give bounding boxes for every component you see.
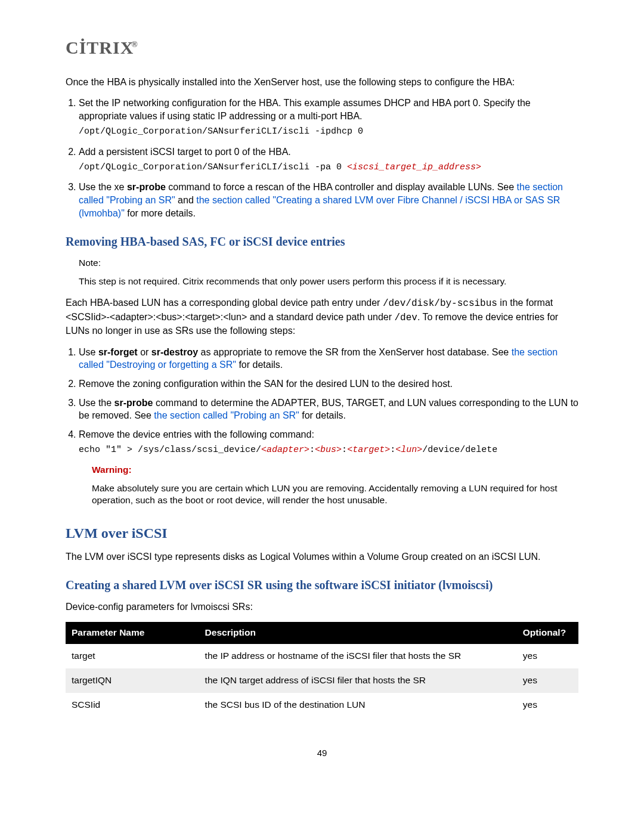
warning-label: Warning: <box>92 464 578 476</box>
list-item: Add a persistent iSCSI target to port 0 … <box>79 145 578 174</box>
col-optional: Optional? <box>517 622 578 644</box>
intro-paragraph: Once the HBA is physically installed int… <box>66 76 578 89</box>
list-item: Use the sr-probe command to determine th… <box>79 397 578 422</box>
list-item: Remove the zoning configuration within t… <box>79 377 578 391</box>
note-label: Note: <box>79 257 578 270</box>
note-block: Note: This step is not required. Citrix … <box>79 257 578 288</box>
removing-hba-heading: Removing HBA-based SAS, FC or iSCSI devi… <box>66 234 578 250</box>
lvmoiscsi-params-table: Parameter Name Description Optional? tar… <box>66 622 578 717</box>
warning-text: Make absolutely sure you are certain whi… <box>92 482 578 507</box>
device-config-paragraph: Device-config parameters for lvmoiscsi S… <box>66 600 578 614</box>
list-item: Use sr-forget or sr-destroy as appropria… <box>79 346 578 371</box>
warning-block: Warning: Make absolutely sure you are ce… <box>92 464 578 507</box>
citrix-logo: CİTRIX® <box>66 36 578 60</box>
table-row: SCSIid the SCSI bus ID of the destinatio… <box>66 693 578 717</box>
list-item: Use the xe sr-probe command to force a r… <box>79 181 578 219</box>
code-block: /opt/QLogic_Corporation/SANsurferiCLI/is… <box>79 162 578 174</box>
note-text: This step is not required. Citrix recomm… <box>79 275 578 288</box>
code-block: /opt/QLogic_Corporation/SANsurferiCLI/is… <box>79 126 578 138</box>
page-number: 49 <box>66 747 578 759</box>
list-item: Remove the device entries with the follo… <box>79 428 578 507</box>
table-row: targetIQN the IQN target address of iSCS… <box>66 668 578 693</box>
configure-hba-steps: Set the IP networking configuration for … <box>66 97 578 219</box>
creating-shared-lvm-heading: Creating a shared LVM over iSCSI SR usin… <box>66 577 578 593</box>
table-row: target the IP address or hostname of the… <box>66 644 578 668</box>
list-item: Set the IP networking configuration for … <box>79 97 578 138</box>
col-parameter-name: Parameter Name <box>66 622 199 644</box>
lvm-over-iscsi-heading: LVM over iSCSI <box>66 524 578 543</box>
lvm-paragraph: The LVM over iSCSI type represents disks… <box>66 550 578 563</box>
remove-entries-steps: Use sr-forget or sr-destroy as appropria… <box>66 346 578 507</box>
probing-sr-link-2[interactable]: the section called "Probing an SR" <box>154 410 299 420</box>
col-description: Description <box>199 622 517 644</box>
code-block: echo "1" > /sys/class/scsi_device/<adapt… <box>79 444 578 456</box>
each-hba-paragraph: Each HBA-based LUN has a corresponding g… <box>66 296 578 337</box>
